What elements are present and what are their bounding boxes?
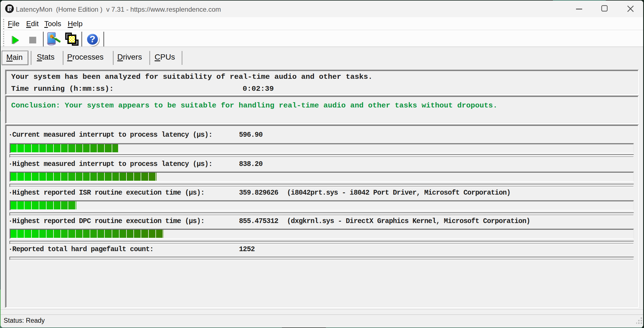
svg-text:?: ? — [90, 34, 96, 44]
